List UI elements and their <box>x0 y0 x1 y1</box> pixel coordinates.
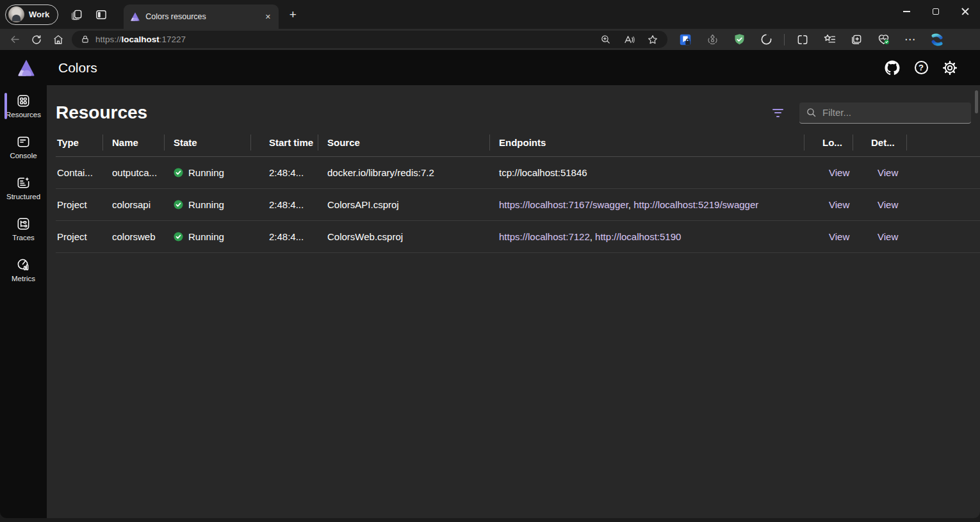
browser-essentials-button[interactable] <box>873 30 894 49</box>
help-icon: ? <box>915 61 928 74</box>
endpoint-separator: , <box>590 231 595 242</box>
profile-name: Work <box>29 10 49 19</box>
split-screen-icon <box>796 33 809 46</box>
favorite-star-button[interactable] <box>647 34 658 45</box>
tab-actions-icon <box>95 8 108 21</box>
search-icon <box>806 107 817 118</box>
window-minimize-button[interactable] <box>892 0 921 23</box>
settings-button[interactable] <box>940 58 960 77</box>
endpoint[interactable]: https://localhost:7122 <box>499 231 590 242</box>
details-view-link[interactable]: View <box>878 199 898 210</box>
resources-page: Resources Type Name State Start tim <box>47 85 980 518</box>
aspire-logo <box>17 58 36 77</box>
sidebar-item-traces[interactable]: Traces <box>0 215 47 243</box>
table-row: Project colorsweb Running 2:48:4... Colo… <box>56 221 980 253</box>
copilot-icon <box>929 31 945 48</box>
column-header-name: Name <box>103 129 165 156</box>
column-header-spacer <box>907 129 980 156</box>
browser-toolbar: https://localhost:17227 <box>0 29 980 50</box>
browser-tab-colors-resources[interactable]: Colors resources ✕ <box>124 4 279 29</box>
tab-actions-button[interactable] <box>92 5 111 24</box>
sidebar-item-structured[interactable]: Structured <box>0 174 47 202</box>
endpoint[interactable]: https://localhost:7167/swagger <box>499 199 628 210</box>
workspaces-button[interactable] <box>67 5 86 24</box>
details-view-link[interactable]: View <box>878 231 898 242</box>
home-icon <box>53 34 64 45</box>
sidebar-item-console[interactable]: Console <box>0 133 47 161</box>
logs-view-link[interactable]: View <box>829 167 849 178</box>
browser-tab-strip: Work Colors resources ✕ <box>0 0 980 29</box>
resources-icon <box>16 94 31 108</box>
endpoint[interactable]: http://localhost:5219/swagger <box>633 199 758 210</box>
endpoint: tcp://localhost:51846 <box>499 167 587 178</box>
read-aloud-button[interactable] <box>623 34 635 45</box>
adguard-extension[interactable] <box>729 30 749 49</box>
github-link[interactable] <box>883 58 902 77</box>
favorites-button[interactable] <box>819 30 840 49</box>
zoom-button[interactable] <box>600 34 611 45</box>
filter-button[interactable] <box>770 106 786 120</box>
window-close-button[interactable] <box>951 0 980 23</box>
endpoint[interactable]: http://localhost:5190 <box>595 231 681 242</box>
copilot-button[interactable] <box>927 30 947 49</box>
column-header-state: State <box>165 129 251 156</box>
filter-input[interactable] <box>822 107 965 118</box>
cookie-extension[interactable] <box>756 30 776 49</box>
page-title: Resources <box>56 102 147 123</box>
refresh-button[interactable] <box>26 30 47 49</box>
home-button[interactable] <box>47 30 69 49</box>
extensions-area: ⋯ <box>675 30 947 49</box>
url-text: https://localhost:17227 <box>95 35 186 44</box>
password-manager-extension[interactable] <box>675 30 696 49</box>
resource-type: Project <box>56 231 103 242</box>
new-tab-button[interactable]: + <box>284 6 302 24</box>
sidebar-label: Traces <box>12 234 35 241</box>
running-status-icon <box>174 200 183 209</box>
logs-view-link[interactable]: View <box>829 199 849 210</box>
structured-logs-icon <box>16 175 31 190</box>
vertical-scrollbar[interactable] <box>975 90 978 113</box>
collections-button[interactable] <box>846 30 867 49</box>
resource-type: Contai... <box>56 167 103 178</box>
tab-close-icon[interactable]: ✕ <box>262 11 274 22</box>
resources-table: Type Name State Start time Source Endpoi… <box>56 129 980 253</box>
details-view-link[interactable]: View <box>878 167 898 178</box>
resource-endpoints: tcp://localhost:51846 <box>490 167 804 178</box>
resource-state: Running <box>165 167 251 178</box>
running-status-icon <box>174 168 183 177</box>
read-aloud-icon <box>623 34 635 45</box>
column-header-source: Source <box>318 129 490 156</box>
help-button[interactable]: ? <box>911 58 931 77</box>
window-maximize-button[interactable] <box>921 0 951 23</box>
sidebar-label: Metrics <box>12 275 35 282</box>
settings-more-button[interactable]: ⋯ <box>900 30 920 49</box>
github-icon <box>885 60 900 76</box>
state-label: Running <box>188 199 224 210</box>
split-screen-button[interactable] <box>792 30 813 49</box>
lock-icon <box>81 35 90 44</box>
window-bottom-frame <box>0 518 980 522</box>
pet-extension-icon <box>706 33 719 46</box>
ellipsis-icon: ⋯ <box>904 33 916 46</box>
logs-view-link[interactable]: View <box>829 231 849 242</box>
url-host: localhost <box>122 35 159 44</box>
sidebar-item-metrics[interactable]: Metrics <box>0 256 47 284</box>
back-button[interactable] <box>4 30 26 49</box>
table-row: Contai... outputca... Running 2:48:4... … <box>56 157 980 189</box>
filter-search-box <box>799 102 971 124</box>
running-status-icon <box>174 232 183 241</box>
address-bar[interactable]: https://localhost:17227 <box>72 31 667 48</box>
browser-profile-button[interactable]: Work <box>5 4 58 25</box>
pet-extension[interactable] <box>702 30 723 49</box>
zoom-in-icon <box>600 34 611 45</box>
cookie-icon <box>760 33 773 46</box>
resource-start-time: 2:48:4... <box>251 199 318 210</box>
url-scheme: https:// <box>95 35 122 44</box>
collections-icon <box>850 33 863 46</box>
endpoint-separator: , <box>628 199 633 210</box>
resource-type: Project <box>56 199 103 210</box>
metrics-icon <box>16 257 31 272</box>
resource-state: Running <box>165 231 251 242</box>
shield-check-icon <box>733 33 746 46</box>
sidebar-item-resources[interactable]: Resources <box>0 92 47 120</box>
